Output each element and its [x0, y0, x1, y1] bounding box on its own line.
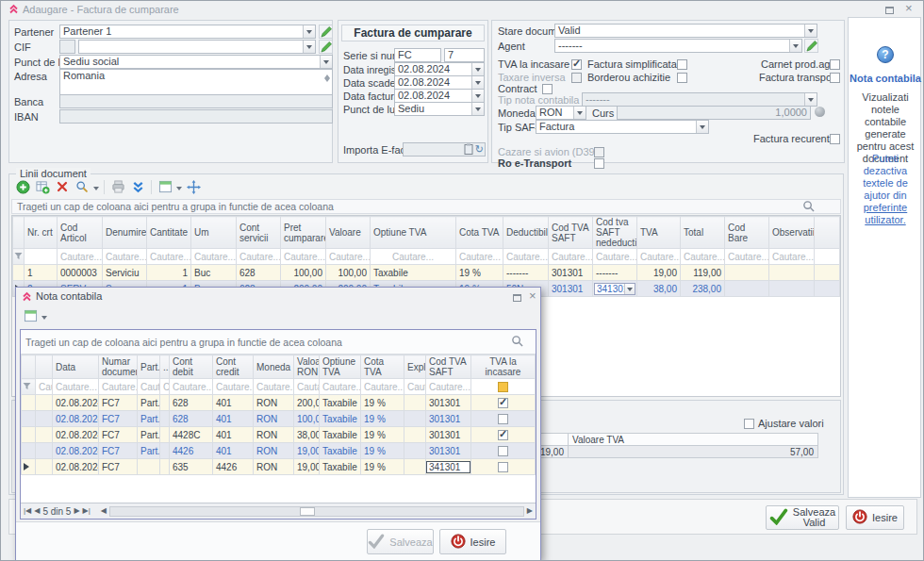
chevron-down-icon[interactable]: [573, 107, 586, 119]
column-header[interactable]: Cont servicii: [237, 217, 281, 249]
ajustare-valori-checkbox[interactable]: [744, 419, 754, 429]
column-header[interactable]: ...: [160, 355, 170, 379]
cell[interactable]: 4426: [213, 459, 254, 475]
filter-cell[interactable]: Cautare...: [281, 249, 326, 265]
cell[interactable]: Part...: [138, 443, 160, 459]
data-inregistrare-combo[interactable]: 02.08.2024: [394, 62, 485, 76]
cell[interactable]: 119,00: [681, 265, 725, 281]
cell[interactable]: 19 %: [361, 459, 404, 475]
edit-agent-pencil-icon[interactable]: [804, 39, 818, 53]
column-header[interactable]: Cod TVA SAFT: [549, 217, 593, 249]
chevron-down-icon[interactable]: [320, 56, 332, 68]
cell[interactable]: RON: [254, 395, 294, 411]
column-header[interactable]: Nr. crt: [25, 217, 58, 249]
contract-checkbox[interactable]: [542, 84, 553, 94]
filter-cell[interactable]: Cautare...: [170, 379, 213, 395]
edit-cif-pencil-icon[interactable]: [319, 40, 333, 54]
column-header[interactable]: Valoare: [326, 217, 371, 249]
cell[interactable]: 628: [237, 265, 281, 281]
cell[interactable]: 4428C: [170, 427, 213, 443]
cell[interactable]: Serviciu: [103, 265, 147, 281]
filter-cell[interactable]: Cautare...: [53, 379, 99, 395]
save-valid-button[interactable]: SalveazaValid: [766, 505, 839, 530]
chevron-down-icon[interactable]: [789, 40, 801, 52]
cell[interactable]: [769, 265, 815, 281]
cell[interactable]: 19,00: [294, 459, 320, 475]
cell[interactable]: [404, 411, 426, 427]
table-row[interactable]: 02.08.2024FC7Part...4428C401RON38,00Taxa…: [22, 427, 536, 443]
cell[interactable]: Part...: [138, 395, 160, 411]
paste-icon[interactable]: [464, 143, 473, 157]
cell[interactable]: 100,00: [294, 411, 320, 427]
cell[interactable]: 02.08.2024: [53, 411, 99, 427]
cell-checkbox[interactable]: [471, 459, 536, 475]
filter-funnel-icon[interactable]: [13, 249, 25, 265]
column-header[interactable]: Cota TVA: [456, 217, 503, 249]
cell-checkbox[interactable]: [471, 395, 536, 411]
column-header[interactable]: Observatii: [769, 217, 815, 249]
cell[interactable]: 301301: [549, 265, 593, 281]
curs-field[interactable]: 1,0000: [617, 106, 811, 120]
cell[interactable]: [769, 281, 815, 297]
filter-cell[interactable]: Cautare...: [254, 379, 294, 395]
filter-cell[interactable]: Cautare...: [58, 249, 103, 265]
add-row-icon[interactable]: [14, 178, 31, 195]
chevron-down-icon[interactable]: [804, 93, 817, 106]
lines-group-by-bar[interactable]: Trageti un cap de coloana aici pentru a …: [11, 199, 841, 214]
popup-group-by-bar[interactable]: Trageti un cap de coloana aici pentru a …: [21, 330, 536, 355]
column-header[interactable]: Cod tva SAFT nedeductibil: [593, 217, 637, 249]
cell[interactable]: [404, 459, 426, 475]
column-header[interactable]: Moneda: [254, 355, 294, 379]
close-icon[interactable]: [905, 3, 915, 15]
cell[interactable]: [404, 427, 426, 443]
cell[interactable]: Taxabile: [320, 411, 361, 427]
grid-layout-icon[interactable]: [157, 178, 173, 195]
cell[interactable]: FC7: [99, 427, 138, 443]
zoom-icon[interactable]: [74, 178, 91, 195]
exit-button[interactable]: Iesire: [846, 505, 904, 530]
filter-checkbox-cell[interactable]: [471, 379, 536, 395]
cell[interactable]: [725, 265, 769, 281]
next-page-icon[interactable]: [74, 506, 79, 516]
cell[interactable]: RON: [254, 411, 294, 427]
cell[interactable]: FC7: [99, 443, 138, 459]
column-header[interactable]: Expli...: [404, 355, 426, 379]
filter-cell[interactable]: Cautare...: [326, 249, 371, 265]
tip-nota-combo[interactable]: -------: [582, 92, 817, 107]
layout-dropdown-icon[interactable]: [41, 316, 47, 322]
table-row[interactable]: 10000003Serviciu1Buc628100,00100,00Taxab…: [13, 265, 840, 281]
cell[interactable]: Taxabile: [371, 265, 456, 281]
cell[interactable]: Taxabile: [320, 395, 361, 411]
cell[interactable]: Taxabile: [320, 443, 361, 459]
chevron-down-icon[interactable]: [471, 103, 484, 115]
cell[interactable]: FC7: [99, 411, 138, 427]
table-row[interactable]: 02.08.2024FC7Part...628401RON100,00Taxab…: [22, 411, 536, 427]
cell[interactable]: [404, 443, 426, 459]
table-row[interactable]: 02.08.2024FC76354426RON19,00Taxabile19 %…: [22, 459, 536, 475]
filter-cell[interactable]: Cautare...: [294, 379, 320, 395]
cell[interactable]: 301301: [426, 427, 471, 443]
popup-exit-button[interactable]: Iesire: [439, 529, 506, 554]
filter-cell[interactable]: Cautare...: [99, 379, 138, 395]
filter-cell[interactable]: Cautare...: [637, 249, 681, 265]
cell[interactable]: 19 %: [361, 443, 404, 459]
chevron-down-icon[interactable]: [624, 284, 635, 294]
cell[interactable]: 100,00: [326, 265, 371, 281]
cell[interactable]: 401: [213, 411, 254, 427]
chevron-down-icon[interactable]: [303, 41, 315, 53]
column-header[interactable]: Cota TVA: [361, 355, 404, 379]
filter-cell[interactable]: Cautare...: [138, 379, 160, 395]
popup-restore-icon[interactable]: [513, 292, 521, 305]
filter-checkbox-icon[interactable]: [498, 382, 508, 392]
cell[interactable]: 19,00: [294, 443, 320, 459]
cell[interactable]: Part...: [138, 427, 160, 443]
last-page-icon[interactable]: [83, 506, 91, 516]
column-header[interactable]: Total: [681, 217, 725, 249]
cell[interactable]: Taxabile: [320, 459, 361, 475]
insert-row-icon[interactable]: [34, 178, 51, 195]
cell[interactable]: 301301: [426, 395, 471, 411]
preferinte-utilizator-link[interactable]: preferinte utilizator.: [864, 202, 907, 225]
cell[interactable]: 19 %: [361, 427, 404, 443]
cell[interactable]: [404, 395, 426, 411]
popup-close-icon[interactable]: [529, 290, 538, 303]
